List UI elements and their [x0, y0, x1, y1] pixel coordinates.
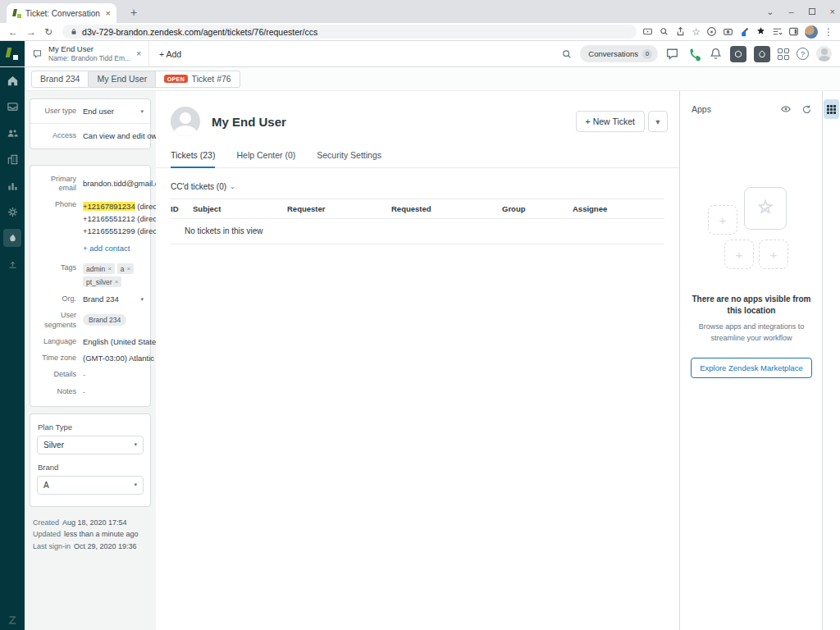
col-subject[interactable]: Subject [193, 204, 287, 213]
nav-customers-button[interactable] [0, 120, 25, 146]
tab-help-center[interactable]: Help Center (0) [236, 150, 295, 167]
phone-icon[interactable] [687, 47, 701, 62]
product-switcher-icon[interactable] [778, 48, 789, 60]
nav-home-button[interactable] [0, 67, 25, 94]
col-requester[interactable]: Requester [287, 204, 391, 213]
reading-list-icon[interactable] [772, 26, 783, 37]
new-ticket-caret-button[interactable]: ▾ [648, 111, 668, 132]
breadcrumb-user[interactable]: My End User [89, 71, 156, 88]
phone-number-highlighted[interactable]: +12167891234 [83, 202, 135, 211]
new-ticket-button[interactable]: + New Ticket [576, 111, 645, 132]
no-apps-subtitle: Browse apps and integrations to streamli… [694, 322, 809, 344]
new-tab-button[interactable]: + [125, 3, 143, 21]
phone-number[interactable]: +12165551212 [83, 214, 135, 223]
user-fields-card: Plan Type Silver ▾ Brand A ▾ [30, 413, 151, 507]
sell-product-icon[interactable] [730, 46, 746, 62]
tags-label: Tags [37, 263, 76, 287]
chat-icon[interactable] [665, 47, 679, 61]
extension-colorpicker-icon[interactable] [739, 26, 750, 37]
workspace-tab-close-icon[interactable]: × [136, 49, 141, 58]
tab-security-settings[interactable]: Security Settings [317, 150, 381, 167]
tag-chip[interactable]: admin × [83, 263, 115, 274]
conversations-button[interactable]: Conversations 0 [580, 45, 658, 62]
reload-icon[interactable]: ↻ [44, 26, 52, 38]
guide-product-icon[interactable] [754, 46, 770, 62]
workspace-tab[interactable]: My End User Name: Brandon Tidd Em... × [25, 41, 149, 66]
plan-type-select[interactable]: Silver ▾ [37, 436, 144, 454]
browser-profile-avatar[interactable] [805, 25, 818, 39]
media-controls-icon[interactable] [642, 26, 653, 37]
user-type-value: End user [83, 107, 138, 116]
caret-down-icon: ▾ [134, 441, 137, 448]
extension-pin-icon[interactable] [756, 26, 766, 37]
ccd-tickets-dropdown[interactable]: CC'd tickets (0) ⌄ [171, 182, 664, 191]
extension-camera-icon[interactable] [723, 26, 733, 37]
notifications-bell-icon[interactable] [709, 47, 723, 61]
flame-app-icon [7, 233, 18, 244]
language-row[interactable]: Language English (United States) ▾ [37, 337, 144, 346]
breadcrumb-ticket[interactable]: OPEN Ticket #76 [156, 71, 240, 88]
top-bar-actions: Conversations 0 ? [561, 41, 840, 66]
reload-apps-icon[interactable] [801, 104, 812, 115]
notes-row[interactable]: Notes - [37, 387, 144, 396]
apps-toggle-button[interactable] [824, 99, 839, 119]
nav-admin-button[interactable] [0, 199, 25, 225]
window-restore-icon[interactable] [809, 8, 815, 15]
back-icon[interactable]: ← [8, 26, 18, 38]
col-requested[interactable]: Requested [391, 204, 502, 213]
hide-apps-eye-icon[interactable] [780, 103, 792, 115]
created-value: Aug 18, 2020 17:54 [62, 517, 127, 529]
breadcrumb-brand[interactable]: Brand 234 [31, 71, 89, 88]
zendesk-top-bar: My End User Name: Brandon Tidd Em... × +… [0, 41, 840, 67]
remove-tag-icon[interactable]: × [127, 265, 131, 272]
window-close-icon[interactable]: × [830, 7, 835, 16]
extension-password-icon[interactable] [706, 26, 717, 37]
col-assignee[interactable]: Assignee [573, 204, 664, 213]
remove-tag-icon[interactable]: × [107, 265, 112, 272]
col-group[interactable]: Group [502, 204, 573, 213]
window-minimize-icon[interactable]: – [788, 7, 793, 16]
tag-chip[interactable]: pt_silver × [83, 276, 121, 287]
nav-app-secondary-button[interactable] [0, 251, 25, 277]
side-panel-icon[interactable] [788, 26, 799, 37]
remove-tag-icon[interactable]: × [115, 278, 119, 285]
nav-views-button[interactable] [0, 94, 25, 120]
user-type-row[interactable]: User type End user ▾ [30, 99, 150, 123]
tag-chip[interactable]: a × [117, 263, 134, 274]
nav-app-active-button[interactable] [0, 225, 25, 251]
caret-down-icon[interactable]: ▾ [140, 108, 144, 115]
browser-menu-icon[interactable]: ⋮ [824, 26, 833, 38]
apps-panel-title: Apps [692, 104, 770, 114]
tab-close-icon[interactable]: × [106, 8, 111, 18]
nav-organizations-button[interactable] [0, 146, 25, 172]
brand-select[interactable]: A ▾ [37, 476, 144, 495]
col-id[interactable]: ID [171, 204, 193, 213]
agent-avatar[interactable] [816, 46, 832, 62]
nav-reporting-button[interactable] [0, 172, 25, 199]
access-row[interactable]: Access Can view and edit own tick... ▾ [30, 123, 150, 148]
url-field[interactable]: d3v-729-brandon.zendesk.com/agent/ticket… [62, 25, 637, 39]
tab-tickets[interactable]: Tickets (23) [171, 150, 215, 168]
help-icon[interactable]: ? [797, 48, 809, 60]
search-icon[interactable] [561, 48, 573, 60]
profile-header: My End User + New Ticket ▾ [156, 91, 679, 136]
explore-marketplace-button[interactable]: Explore Zendesk Marketplace [691, 358, 812, 378]
caret-down-icon[interactable]: ▾ [140, 296, 144, 303]
org-label: Org. [37, 294, 76, 304]
zoom-icon[interactable] [659, 26, 669, 37]
org-row[interactable]: Org. Brand 234 ▾ [37, 294, 144, 304]
add-tab-button[interactable]: + Add [149, 41, 191, 66]
language-value: English (United States) [83, 337, 162, 346]
details-row[interactable]: Details - [37, 370, 144, 379]
bookmark-star-icon[interactable]: ☆ [692, 26, 701, 38]
forward-icon[interactable]: → [26, 26, 36, 38]
time-zone-row[interactable]: Time zone (GMT-03:00) Atlantic Time ... … [37, 354, 144, 363]
share-icon[interactable] [675, 26, 686, 37]
customers-icon [7, 127, 19, 139]
tag-text: pt_silver [86, 278, 112, 286]
apps-panel: Apps + + + There are no apps visible fro… [681, 91, 822, 630]
window-chevron-icon[interactable]: ⌄ [766, 7, 774, 17]
browser-tab[interactable]: Ticket: Conversation with My End × [7, 3, 116, 23]
phone-number[interactable]: +12165551299 [83, 226, 135, 235]
zendesk-product-logo[interactable] [0, 41, 25, 66]
